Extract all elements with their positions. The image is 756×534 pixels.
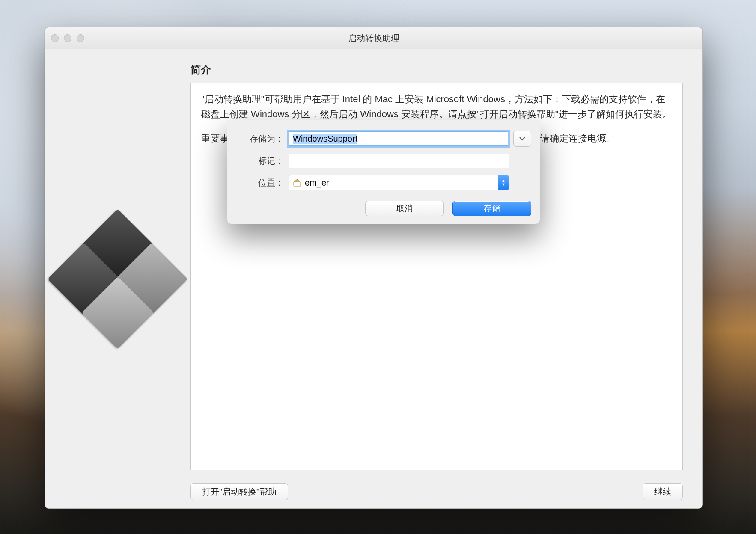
save-as-input[interactable]: WindowsSupport [289,131,508,146]
sheet-button-row: 取消 存储 [236,201,531,216]
titlebar: 启动转换助理 [45,27,702,49]
save-sheet: 存储为： WindowsSupport 标记： 位置： [227,120,540,224]
home-folder-icon [293,179,301,187]
page-heading: 简介 [190,63,683,77]
continue-button[interactable]: 继续 [643,483,683,500]
location-label: 位置： [236,177,284,189]
chevron-down-icon [519,136,525,141]
sidebar [45,49,190,509]
save-as-value: WindowsSupport [293,134,357,144]
tags-row: 标记： [236,154,531,168]
bootcamp-window: 启动转换助理 简介 "启动转换助理"可帮助用户在基于 Intel 的 Mac 上… [45,27,703,509]
tags-label: 标记： [236,155,284,167]
main-pane: 简介 "启动转换助理"可帮助用户在基于 Intel 的 Mac 上安装 Micr… [190,49,702,509]
save-button[interactable]: 存储 [452,201,531,216]
location-stepper-icon: ▲ ▼ [498,175,509,190]
save-as-label: 存储为： [236,133,284,145]
window-title: 启动转换助理 [45,33,702,44]
bootcamp-logo-icon [63,224,173,334]
location-select[interactable]: em_er ▲ ▼ [289,175,509,190]
open-help-button[interactable]: 打开"启动转换"帮助 [190,483,288,500]
footer-buttons: 打开"启动转换"帮助 继续 [190,483,683,500]
cancel-button[interactable]: 取消 [365,201,444,216]
save-as-row: 存储为： WindowsSupport [236,131,531,147]
tags-input[interactable] [289,154,509,168]
intro-paragraph-1: "启动转换助理"可帮助用户在基于 Intel 的 Mac 上安装 Microso… [201,92,672,122]
window-content: 简介 "启动转换助理"可帮助用户在基于 Intel 的 Mac 上安装 Micr… [45,49,702,509]
expand-save-panel-button[interactable] [513,131,531,147]
desktop-background: 启动转换助理 简介 "启动转换助理"可帮助用户在基于 Intel 的 Mac 上… [0,0,756,534]
location-row: 位置： em_er ▲ ▼ [236,175,531,190]
location-value: em_er [305,178,329,188]
